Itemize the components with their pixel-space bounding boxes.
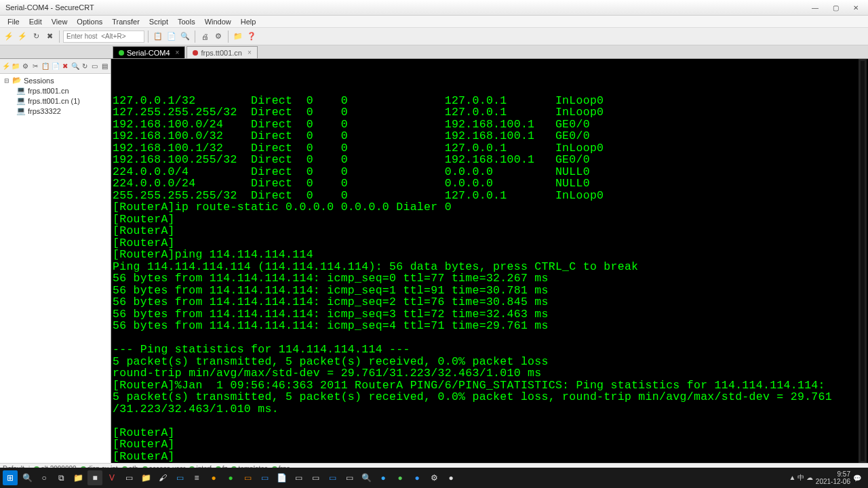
stack-icon[interactable]: ▤ [100,61,109,72]
task-explorer-icon[interactable]: 📁 [71,470,85,485]
copy-btn-icon[interactable]: 📋 [41,61,50,72]
refresh-icon[interactable]: ↻ [80,61,90,72]
collapse-icon[interactable]: ▭ [90,61,100,72]
notifications-icon[interactable]: 💬 [853,474,861,482]
cut-icon[interactable]: ✂ [31,61,41,72]
collapse-tree-icon[interactable]: ⊟ [4,77,10,84]
paste-icon[interactable]: 📄 [165,30,178,43]
session-item[interactable]: 💻 frps.tt001.cn (1) [14,96,109,106]
task-settings-icon[interactable]: ⚙ [427,470,441,485]
tab-close-icon[interactable]: × [248,49,252,56]
task-app-icon[interactable]: ● [223,470,238,485]
terminal-line: [RouterA] [113,427,867,439]
system-tray[interactable]: ▲ 中 ☁ 9:57 2021-12-06 💬 [789,470,865,485]
paste-btn-icon[interactable]: 📄 [51,61,60,72]
terminal-output[interactable]: 127.0.0.1/32 Direct 0 0 127.0.0.1 InLoop… [111,59,868,463]
print-icon[interactable]: 🖨 [199,30,211,43]
task-app-icon[interactable]: ▭ [308,470,323,485]
delete-icon[interactable]: ✖ [60,61,70,72]
session-item[interactable]: 💻 frps.tt001.cn [14,85,109,96]
task-app-icon[interactable]: ▭ [291,470,306,485]
task-view-icon[interactable]: ⧉ [54,470,68,485]
task-app-icon[interactable]: ● [206,470,221,485]
terminal-line: 56 bytes from 114.114.114.114: icmp_seq=… [113,285,867,297]
close-button[interactable]: ✕ [846,2,865,13]
terminal-line: 192.168.100.0/32 Direct 0 0 192.168.100.… [113,130,867,142]
task-app-icon[interactable]: ≡ [189,470,204,485]
terminal-line: [RouterA]%Jan 1 09:56:46:363 2011 Router… [113,380,867,392]
menu-transfer[interactable]: Transfer [107,18,144,26]
start-button[interactable]: ⊞ [3,470,18,485]
tab-bar: Serial-COM4 × frps.tt001.cn × [0,45,868,59]
terminal-line [113,415,867,427]
task-app-icon[interactable]: 🖌 [155,470,170,485]
task-app-icon[interactable]: ■ [87,470,102,485]
menu-tools[interactable]: Tools [173,18,200,26]
menu-options[interactable]: Options [72,18,107,26]
menu-window[interactable]: Window [200,18,236,26]
tab-label: Serial-COM4 [127,49,170,57]
menu-view[interactable]: View [47,18,73,26]
session-tree[interactable]: ⊟ 📂 Sessions 💻 frps.tt001.cn 💻 frps.tt00… [0,74,111,463]
tab-close-icon[interactable]: × [176,49,180,56]
taskbar-clock[interactable]: 9:57 2021-12-06 [816,470,850,485]
new-session-icon[interactable]: ⚡ [1,61,11,72]
maximize-button[interactable]: ▢ [826,2,845,13]
properties-icon[interactable]: ⚙ [212,30,224,43]
status-dot-icon [119,50,124,56]
terminal-line: 192.168.100.255/32 Direct 0 0 192.168.10… [113,154,867,166]
terminal-line: [RouterA] [113,214,867,226]
task-app-icon[interactable]: ● [393,470,408,485]
terminal-line: [RouterA] [113,225,867,237]
session-icon[interactable]: 📁 [232,30,244,43]
new-folder-icon[interactable]: 📁 [12,61,21,72]
terminal-line: [RouterA] [113,462,867,463]
reconnect-icon[interactable]: ↻ [30,30,42,43]
task-app-icon[interactable]: ● [410,470,425,485]
task-app-icon[interactable]: ▭ [342,470,357,485]
minimize-button[interactable]: ― [806,2,825,13]
session-icon: 💻 [16,96,26,105]
find-btn-icon[interactable]: 🔍 [71,61,80,72]
session-icon: 💻 [16,106,26,115]
menu-help[interactable]: Help [236,18,261,26]
folder-icon: 📂 [12,76,22,85]
task-app-icon[interactable]: ▭ [172,470,187,485]
task-app-icon[interactable]: ▭ [121,470,136,485]
task-app-icon[interactable]: 📄 [274,470,289,485]
tab-serial-com4[interactable]: Serial-COM4 × [113,46,185,58]
scrollbar[interactable] [859,59,867,463]
task-cortana-icon[interactable]: ○ [37,470,52,485]
terminal-line: Ping 114.114.114.114 (114.114.114.114): … [113,261,867,273]
task-app-icon[interactable]: 🔍 [359,470,374,485]
tray-icons[interactable]: ▲ 中 ☁ [789,473,812,483]
find-icon[interactable]: 🔍 [179,30,191,43]
disconnect-icon[interactable]: ✖ [43,30,56,43]
connect-icon[interactable]: ⚡ [3,30,15,43]
terminal-line: 192.168.100.0/24 Direct 0 0 192.168.100.… [113,119,867,131]
terminal-line [113,332,867,344]
quick-connect-icon[interactable]: ⚡ [16,30,28,43]
task-app-icon[interactable]: ▭ [325,470,340,485]
session-sidebar: ⚡ 📁 ⚙ ✂ 📋 📄 ✖ 🔍 ↻ ▭ ▤ ⊟ 📂 Sessions 💻 frp… [0,59,111,463]
tab-frps[interactable]: frps.tt001.cn × [186,46,257,58]
menu-file[interactable]: File [3,18,24,26]
menu-edit[interactable]: Edit [24,18,47,26]
task-search-icon[interactable]: 🔍 [20,470,35,485]
titlebar: Serial-COM4 - SecureCRT ― ▢ ✕ [0,0,868,16]
host-input[interactable] [63,30,144,43]
task-app-icon[interactable]: V [104,470,119,485]
copy-icon[interactable]: 📋 [152,30,164,43]
task-app-icon[interactable]: 📁 [138,470,153,485]
task-app-icon[interactable]: ● [376,470,391,485]
properties-btn-icon[interactable]: ⚙ [21,61,31,72]
help-icon[interactable]: ❓ [245,30,258,43]
menu-script[interactable]: Script [144,18,173,26]
task-app-icon[interactable]: ● [443,470,458,485]
tree-root[interactable]: ⊟ 📂 Sessions [1,75,109,85]
session-label: frps.tt001.cn (1) [28,97,80,105]
task-app-icon[interactable]: ▭ [240,470,255,485]
session-item[interactable]: 💻 frps33322 [14,106,109,116]
task-app-icon[interactable]: ▭ [257,470,272,485]
terminal-line: [RouterA] [113,451,867,463]
